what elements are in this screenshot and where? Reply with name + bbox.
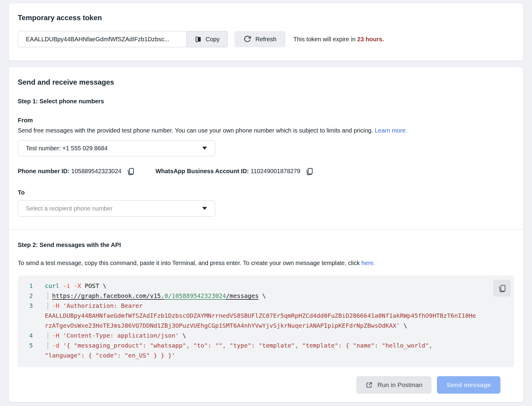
- copy-icon: [126, 167, 135, 175]
- phone-number-id: Phone number ID: 105889542323024: [18, 167, 135, 175]
- code-line: rzATgevOsWxe23HoTEJmsJ86VQ7DDNd1ZBj3OPuz…: [29, 321, 508, 331]
- to-number-dropdown-placeholder: Select a recipient phone number: [26, 205, 113, 212]
- code-line-number: [29, 351, 45, 361]
- copy-phone-id-button[interactable]: [126, 167, 135, 175]
- code-line: 3 -H 'Authorization: Bearer: [29, 301, 508, 311]
- code-line-content: "language": { "code": "en_US" } } }': [45, 351, 508, 361]
- step1-title: Step 1: Select phone numbers: [18, 98, 514, 105]
- code-line-content: -H 'Authorization: Bearer: [45, 301, 508, 311]
- code-line-number: 1: [29, 281, 45, 291]
- account-ids-row: Phone number ID: 105889542323024 WhatsAp…: [18, 167, 514, 175]
- here-link[interactable]: here.: [361, 260, 375, 266]
- page: Temporary access token Copy: [0, 0, 532, 406]
- token-expiry-prefix: This token will expire in: [293, 36, 357, 42]
- copy-icon: [498, 284, 506, 292]
- chevron-down-icon: [202, 207, 207, 210]
- code-line-content: https://graph.facebook.com/v15.0/1058895…: [45, 291, 508, 301]
- code-line: 5 -d '{ "messaging_product": "whatsapp",…: [29, 341, 508, 351]
- learn-more-link[interactable]: Learn more.: [375, 127, 407, 134]
- access-token-input[interactable]: [18, 31, 186, 47]
- code-line-number: 3: [29, 301, 45, 311]
- external-link-icon: [365, 381, 373, 389]
- code-line-content: -d '{ "messaging_product": "whatsapp", "…: [45, 341, 508, 351]
- send-receive-messages-card: Send and receive messages Step 1: Select…: [8, 67, 524, 402]
- step1-section: Send and receive messages Step 1: Select…: [9, 78, 523, 229]
- send-message-button[interactable]: Send message: [437, 376, 500, 394]
- run-in-postman-label: Run in Postman: [378, 381, 422, 389]
- to-number-dropdown[interactable]: Select a recipient phone number: [18, 200, 215, 217]
- token-expiry-highlight: 23 hours.: [357, 36, 384, 42]
- code-line-content: rzATgevOsWxe23HoTEJmsJ86VQ7DDNd1ZBj3OPuz…: [45, 321, 508, 331]
- section-divider: [9, 229, 523, 230]
- code-line: 2 https://graph.facebook.com/v15.0/10588…: [29, 291, 508, 301]
- step2-description: To send a test message, copy this comman…: [18, 259, 514, 267]
- code-line-number: 2: [29, 291, 45, 301]
- phone-number-id-text: Phone number ID: 105889542323024: [18, 168, 122, 175]
- code-line: "language": { "code": "en_US" } } }': [29, 351, 508, 361]
- from-description-text: Send free messages with the provided tes…: [18, 127, 375, 134]
- to-label: To: [18, 189, 514, 196]
- copy-code-button[interactable]: [493, 280, 511, 297]
- code-line: EAALLDUBpy44BAHNfaeGdmfWfSZAdIFzb1DzbscO…: [29, 311, 508, 321]
- copy-token-button[interactable]: Copy: [186, 31, 228, 47]
- phone-number-id-label: Phone number ID:: [18, 168, 70, 174]
- messages-card-title: Send and receive messages: [18, 78, 514, 86]
- code-line: 1curl -i -X POST \: [29, 281, 508, 291]
- copy-button-label: Copy: [206, 36, 220, 43]
- token-card-title: Temporary access token: [18, 14, 514, 22]
- copy-icon: [305, 167, 313, 175]
- waba-id-value: 110249001878279: [249, 168, 300, 174]
- chevron-down-icon: [202, 147, 207, 150]
- code-line-number: [29, 321, 45, 331]
- temporary-access-token-card: Temporary access token Copy: [8, 3, 524, 61]
- refresh-icon: [243, 35, 251, 43]
- curl-code-block: 1curl -i -X POST \2 https://graph.facebo…: [18, 276, 514, 367]
- footer-buttons: Run in Postman Send message: [18, 376, 514, 394]
- copy-waba-id-button[interactable]: [305, 167, 313, 175]
- waba-id-text: WhatsApp Business Account ID: 1102490018…: [156, 168, 300, 175]
- step2-title: Step 2: Send messages with the API: [18, 242, 514, 248]
- token-expiry-text: This token will expire in 23 hours.: [293, 36, 384, 43]
- copy-icon: [194, 36, 202, 43]
- token-input-group: Copy: [18, 31, 228, 47]
- from-description: Send free messages with the provided tes…: [18, 126, 514, 135]
- code-line-content: EAALLDUBpy44BAHNfaeGdmfWfSZAdIFzb1DzbscO…: [45, 311, 508, 321]
- refresh-token-button[interactable]: Refresh: [234, 31, 286, 47]
- code-line-number: 4: [29, 331, 45, 341]
- code-line-number: 5: [29, 341, 45, 351]
- refresh-button-label: Refresh: [255, 36, 277, 43]
- step2-description-text: To send a test message, copy this comman…: [18, 260, 361, 266]
- from-number-dropdown[interactable]: Test number: +1 555 029 8684: [18, 140, 215, 156]
- token-row: Copy Refresh This token will expire in 2…: [18, 31, 514, 47]
- waba-id: WhatsApp Business Account ID: 1102490018…: [156, 167, 313, 175]
- phone-number-id-value: 105889542323024: [70, 168, 121, 174]
- code-line-number: [29, 311, 45, 321]
- run-in-postman-button[interactable]: Run in Postman: [356, 376, 431, 394]
- from-number-dropdown-value: Test number: +1 555 029 8684: [26, 145, 108, 152]
- code-line: 4 -H 'Content-Type: application/json' \: [29, 331, 508, 341]
- from-label: From: [18, 117, 514, 124]
- code-line-content: curl -i -X POST \: [45, 281, 508, 291]
- code-line-content: -H 'Content-Type: application/json' \: [45, 331, 508, 341]
- code-lines: 1curl -i -X POST \2 https://graph.facebo…: [29, 281, 508, 361]
- waba-id-label: WhatsApp Business Account ID:: [156, 168, 249, 174]
- step2-section: Step 2: Send messages with the API To se…: [9, 242, 523, 394]
